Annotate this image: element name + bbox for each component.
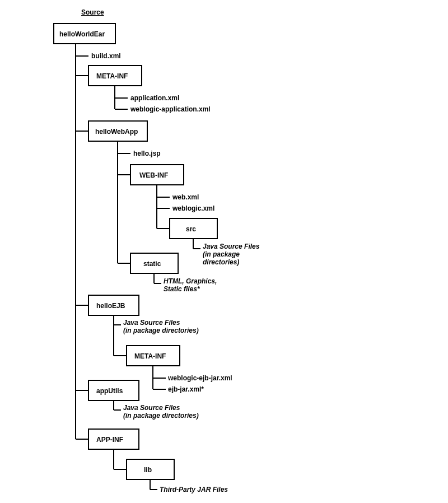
label-hellowebapp: helloWebApp [95, 128, 138, 136]
file-build-xml: build.xml [91, 52, 121, 60]
note-lib: Third-Party JAR Files [160, 486, 228, 493]
label-src: src [186, 225, 196, 233]
note-apputils-2: (in package directories) [123, 412, 199, 420]
label-meta-inf: META-INF [96, 72, 128, 80]
label-web-inf: WEB-INF [139, 171, 168, 179]
label-helloejb: helloEJB [96, 302, 125, 310]
file-web-xml: web.xml [172, 193, 199, 201]
label-appinf: APP-INF [96, 436, 123, 444]
label-root: helloWorldEar [59, 30, 105, 38]
label-helloejb-metainf: META-INF [134, 352, 166, 360]
file-application-xml: application.xml [130, 94, 179, 102]
note-apputils-1: Java Source Files [123, 404, 180, 412]
note-src-3: directories) [203, 258, 239, 266]
note-src-1: Java Source Files [203, 243, 260, 250]
note-helloejb-1: Java Source Files [123, 319, 180, 327]
note-src-2: (in package [203, 250, 240, 258]
label-lib: lib [144, 466, 152, 474]
label-apputils: appUtils [96, 387, 123, 395]
file-ejb-jar: ejb-jar.xml* [168, 385, 204, 393]
file-weblogic-ejb-jar: weblogic-ejb-jar.xml [167, 374, 232, 382]
note-static-1: HTML, Graphics, [164, 277, 217, 285]
directory-tree-diagram: Source helloWorldEar build.xml META-INF … [0, 0, 448, 503]
file-weblogic-application-xml: weblogic-application.xml [130, 105, 211, 113]
note-helloejb-2: (in package directories) [123, 327, 199, 334]
file-weblogic-xml: weblogic.xml [172, 204, 214, 212]
note-static-2: Static files* [164, 285, 200, 293]
label-static: static [143, 260, 161, 268]
file-hello-jsp: hello.jsp [133, 150, 161, 157]
diagram-title: Source [81, 8, 104, 16]
